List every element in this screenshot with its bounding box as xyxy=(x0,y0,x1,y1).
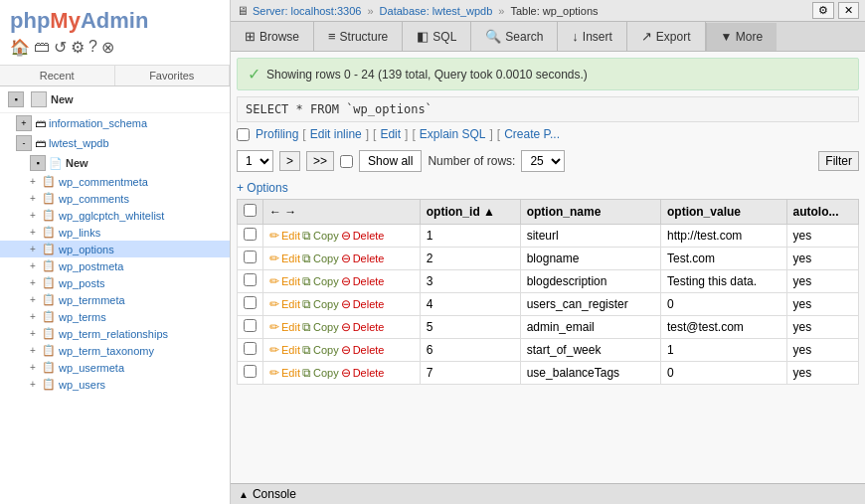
tab-sql[interactable]: ◧ SQL xyxy=(403,22,471,51)
delete-btn-0[interactable]: Delete xyxy=(353,230,385,242)
edit-btn-3[interactable]: Edit xyxy=(281,298,300,310)
delete-btn-1[interactable]: Delete xyxy=(353,252,385,264)
sidebar-item-wp-users[interactable]: + 📋 wp_users xyxy=(0,376,230,393)
settings-icon[interactable]: ⚙ xyxy=(71,38,85,57)
row-checkbox-5[interactable] xyxy=(244,342,257,355)
expand-icon[interactable]: + xyxy=(30,193,42,204)
th-autoload[interactable]: autolo... xyxy=(786,200,858,225)
expand-icon[interactable]: + xyxy=(30,362,42,373)
edit-icon-6[interactable]: ✏ xyxy=(269,366,279,380)
row-checkbox-1[interactable] xyxy=(244,251,257,263)
delete-icon-1[interactable]: ⊖ xyxy=(341,252,351,265)
expand-icon[interactable]: + xyxy=(30,311,42,322)
expand-icon[interactable]: + xyxy=(30,379,42,390)
home-icon[interactable]: 🏠 xyxy=(10,38,30,57)
expand-icon[interactable]: + xyxy=(30,294,42,305)
edit-icon-2[interactable]: ✏ xyxy=(269,274,279,288)
expand-icon[interactable]: + xyxy=(30,176,42,187)
copy-icon-3[interactable]: ⧉ xyxy=(302,297,311,311)
copy-btn-3[interactable]: Copy xyxy=(313,298,339,310)
tab-recent[interactable]: Recent xyxy=(0,66,115,85)
delete-icon-5[interactable]: ⊖ xyxy=(341,343,351,357)
expand-icon[interactable]: ▪ xyxy=(30,155,46,171)
copy-btn-0[interactable]: Copy xyxy=(313,230,339,242)
copy-icon-0[interactable]: ⧉ xyxy=(302,229,311,243)
expand-icon[interactable]: + xyxy=(30,260,42,271)
next-button[interactable]: >> xyxy=(306,151,334,171)
sidebar-item-wp-posts[interactable]: + 📋 wp_posts xyxy=(0,274,230,291)
sidebar-item-wp-comments[interactable]: + 📋 wp_comments xyxy=(0,190,230,207)
options-link[interactable]: + Options xyxy=(237,181,859,195)
breadcrumb-database[interactable]: Database: lwtest_wpdb xyxy=(380,5,493,17)
console-bar[interactable]: ▲ Console xyxy=(231,483,865,504)
copy-icon-5[interactable]: ⧉ xyxy=(302,343,311,357)
expand-icon[interactable]: + xyxy=(30,210,42,221)
copy-icon-4[interactable]: ⧉ xyxy=(302,320,311,334)
edit-link[interactable]: Edit xyxy=(380,127,401,141)
sidebar-item-wp-term-relationships[interactable]: + 📋 wp_term_relationships xyxy=(0,325,230,342)
collapse-icon[interactable]: ▪ xyxy=(8,91,24,107)
th-option-value[interactable]: option_value xyxy=(660,200,786,225)
edit-btn-5[interactable]: Edit xyxy=(281,344,300,356)
tab-browse[interactable]: ⊞ Browse xyxy=(231,22,314,51)
sidebar-item-wp-usermeta[interactable]: + 📋 wp_usermeta xyxy=(0,359,230,376)
edit-icon-3[interactable]: ✏ xyxy=(269,297,279,311)
edit-btn-1[interactable]: Edit xyxy=(281,252,300,264)
settings-button[interactable]: ⚙ xyxy=(812,2,834,19)
exit-icon[interactable]: ⊗ xyxy=(101,38,114,57)
arrow-right-icon[interactable]: → xyxy=(284,205,296,219)
delete-icon-2[interactable]: ⊖ xyxy=(341,274,351,288)
copy-btn-6[interactable]: Copy xyxy=(313,367,339,379)
edit-icon-1[interactable]: ✏ xyxy=(269,252,279,265)
prev-button[interactable]: > xyxy=(279,151,300,171)
sidebar-item-wp-termmeta[interactable]: + 📋 wp_termmeta xyxy=(0,291,230,308)
sidebar-item-information-schema[interactable]: + 🗃 information_schema xyxy=(0,113,230,133)
sidebar-item-wp-links[interactable]: + 📋 wp_links xyxy=(0,224,230,241)
edit-btn-0[interactable]: Edit xyxy=(281,230,300,242)
tab-structure[interactable]: ≡ Structure xyxy=(314,22,403,51)
th-option-id[interactable]: option_id ▲ xyxy=(420,200,520,225)
explain-sql-link[interactable]: Explain SQL xyxy=(420,127,486,141)
expand-icon[interactable]: + xyxy=(16,115,32,131)
arrow-left-icon[interactable]: ← xyxy=(269,205,281,219)
delete-btn-3[interactable]: Delete xyxy=(353,298,385,310)
show-all-button[interactable]: Show all xyxy=(359,150,422,172)
expand-icon[interactable]: + xyxy=(30,277,42,288)
delete-btn-2[interactable]: Delete xyxy=(353,275,385,287)
refresh-icon[interactable]: ↺ xyxy=(54,38,67,57)
collapse-icon[interactable]: - xyxy=(16,135,32,151)
sidebar-item-wp-commentmeta[interactable]: + 📋 wp_commentmeta xyxy=(0,173,230,190)
profiling-checkbox[interactable] xyxy=(237,128,250,141)
delete-icon-0[interactable]: ⊖ xyxy=(341,229,351,243)
close-button[interactable]: ✕ xyxy=(838,2,859,19)
sidebar-item-wp-terms[interactable]: + 📋 wp_terms xyxy=(0,308,230,325)
sidebar-item-new-db[interactable]: ▪ 📄 New xyxy=(0,153,230,173)
sidebar-new-button[interactable]: ▪ New xyxy=(0,86,230,113)
copy-btn-2[interactable]: Copy xyxy=(313,275,339,287)
delete-btn-6[interactable]: Delete xyxy=(353,367,385,379)
profiling-link[interactable]: Profiling xyxy=(256,127,298,141)
expand-icon[interactable]: + xyxy=(30,345,42,356)
breadcrumb-server[interactable]: Server: localhost:3306 xyxy=(253,5,361,17)
sidebar-item-wp-postmeta[interactable]: + 📋 wp_postmeta xyxy=(0,257,230,274)
edit-icon-4[interactable]: ✏ xyxy=(269,320,279,334)
edit-icon-0[interactable]: ✏ xyxy=(269,229,279,243)
expand-icon[interactable]: + xyxy=(30,244,42,254)
th-option-name[interactable]: option_name xyxy=(520,200,660,225)
rows-select[interactable]: 25 xyxy=(521,150,565,172)
tab-export[interactable]: ↗ Export xyxy=(627,22,706,51)
row-checkbox-4[interactable] xyxy=(244,319,257,332)
sidebar-item-lwtest-wpdb[interactable]: - 🗃 lwtest_wpdb xyxy=(0,133,230,153)
sidebar-item-wp-term-taxonomy[interactable]: + 📋 wp_term_taxonomy xyxy=(0,342,230,359)
row-checkbox-6[interactable] xyxy=(244,365,257,378)
edit-btn-4[interactable]: Edit xyxy=(281,321,300,333)
copy-btn-4[interactable]: Copy xyxy=(313,321,339,333)
create-php-link[interactable]: Create P... xyxy=(504,127,560,141)
delete-btn-4[interactable]: Delete xyxy=(353,321,385,333)
expand-icon[interactable]: + xyxy=(30,227,42,238)
copy-btn-5[interactable]: Copy xyxy=(313,344,339,356)
tab-favorites[interactable]: Favorites xyxy=(115,66,231,85)
row-checkbox-2[interactable] xyxy=(244,273,257,286)
delete-btn-5[interactable]: Delete xyxy=(353,344,385,356)
tab-more-button[interactable]: ▼ More xyxy=(706,23,778,51)
